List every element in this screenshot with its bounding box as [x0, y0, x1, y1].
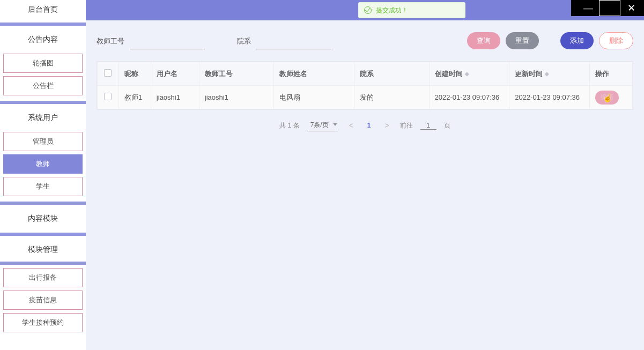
- cell-action: 编辑 ☝: [589, 86, 632, 109]
- col-action: 操作: [589, 62, 632, 86]
- row-checkbox[interactable]: [104, 93, 112, 100]
- sidebar-item-carousel[interactable]: 轮播图: [3, 54, 83, 73]
- col-teacher-name: 教师姓名: [274, 62, 354, 86]
- pagination-current[interactable]: 1: [364, 122, 374, 129]
- pagination-total: 共 1 条: [279, 121, 299, 130]
- filter-teacher-id-label: 教师工号: [97, 36, 124, 49]
- window-controls: — ✕: [571, 0, 644, 16]
- col-username: 用户名: [151, 62, 199, 86]
- sidebar-item-student[interactable]: 学生: [3, 177, 83, 196]
- col-created[interactable]: 创建时间◆: [429, 62, 509, 86]
- data-table: 昵称 用户名 教师工号 教师姓名 院系 创建时间◆ 更新时间◆ 操作 教师1 j…: [97, 61, 633, 110]
- menu-section-modules: 模块管理 出行报备 疫苗信息 学生接种预约: [0, 239, 86, 338]
- action-buttons: 查询 重置 添加 删除: [467, 32, 633, 49]
- pagination-goto-label: 前往: [400, 121, 413, 130]
- pagination: 共 1 条 7条/页 < 1 > 前往 页: [97, 120, 633, 131]
- edit-button[interactable]: 编辑 ☝: [595, 91, 619, 105]
- col-department: 院系: [354, 62, 430, 86]
- cell-updated: 2022-01-23 09:07:36: [509, 86, 590, 109]
- menu-section-home: 后台首页: [0, 0, 86, 26]
- table-header-row: 昵称 用户名 教师工号 教师姓名 院系 创建时间◆ 更新时间◆ 操作: [98, 62, 633, 86]
- maximize-icon: [599, 0, 620, 16]
- sidebar: 后台首页 公告内容 轮播图 公告栏 系统用户 管理员 教师 学生 内容模块 模块…: [0, 0, 86, 350]
- sidebar-item-bulletin[interactable]: 公告栏: [3, 76, 83, 95]
- sidebar-item-home[interactable]: 后台首页: [0, 0, 86, 19]
- sort-icon: ◆: [465, 71, 469, 77]
- sidebar-item-admin[interactable]: 管理员: [3, 132, 83, 151]
- query-button[interactable]: 查询: [467, 32, 500, 49]
- menu-section-content: 内容模块: [0, 208, 86, 236]
- sidebar-group-users[interactable]: 系统用户: [0, 107, 86, 129]
- minimize-button[interactable]: —: [578, 0, 599, 16]
- cell-created: 2022-01-23 09:07:36: [429, 86, 509, 109]
- maximize-button[interactable]: [599, 0, 620, 16]
- col-nickname: 昵称: [119, 62, 151, 86]
- department-input[interactable]: [256, 36, 331, 49]
- menu-section-notice: 公告内容 轮播图 公告栏: [0, 29, 86, 104]
- filter-bar: 教师工号 院系 查询 重置 添加 删除: [97, 32, 633, 49]
- sidebar-item-reservation[interactable]: 学生接种预约: [3, 313, 83, 332]
- table-row: 教师1 jiaoshi1 jiaoshi1 电风扇 发的 2022-01-23 …: [98, 86, 633, 109]
- sidebar-group-content[interactable]: 内容模块: [0, 208, 86, 229]
- sidebar-item-teacher[interactable]: 教师: [3, 154, 83, 174]
- col-teacher-id: 教师工号: [199, 62, 274, 86]
- sidebar-item-travel[interactable]: 出行报备: [3, 268, 83, 287]
- filter-department: 院系: [237, 36, 331, 49]
- pagination-prev[interactable]: <: [346, 121, 357, 130]
- filter-teacher-id: 教师工号: [97, 36, 205, 49]
- cell-nickname: 教师1: [119, 86, 151, 109]
- close-button[interactable]: ✕: [620, 0, 642, 16]
- filter-department-label: 院系: [237, 36, 251, 49]
- pagination-next[interactable]: >: [382, 121, 393, 130]
- toast-text: 提交成功！: [376, 6, 408, 15]
- col-updated[interactable]: 更新时间◆: [509, 62, 590, 86]
- cell-department: 发的: [354, 86, 430, 109]
- teacher-id-input[interactable]: [130, 36, 205, 49]
- sidebar-group-notice[interactable]: 公告内容: [0, 29, 86, 50]
- menu-section-users: 系统用户 管理员 教师 学生: [0, 107, 86, 205]
- cell-teacher-name: 电风扇: [274, 86, 354, 109]
- cell-username: jiaoshi1: [151, 86, 199, 109]
- reset-button[interactable]: 重置: [506, 32, 539, 49]
- main-content: 教师工号 院系 查询 重置 添加 删除 昵称 用户名 教师工号 教师姓名 院系: [86, 20, 644, 350]
- col-checkbox: [98, 62, 119, 86]
- sidebar-item-vaccine[interactable]: 疫苗信息: [3, 291, 83, 310]
- topbar: 提交成功！ — ✕: [86, 0, 644, 20]
- cursor-pointer-icon: ☝: [603, 93, 613, 103]
- pagination-goto-suffix: 页: [444, 121, 450, 130]
- add-button[interactable]: 添加: [560, 32, 594, 49]
- check-circle-icon: [364, 6, 372, 14]
- delete-button[interactable]: 删除: [599, 32, 633, 49]
- cell-teacher-id: jiaoshi1: [199, 86, 274, 109]
- pagination-page-size[interactable]: 7条/页: [307, 120, 338, 131]
- select-all-checkbox[interactable]: [104, 69, 112, 77]
- sort-icon: ◆: [545, 71, 549, 77]
- success-toast: 提交成功！: [358, 2, 465, 18]
- pagination-goto-input[interactable]: [420, 122, 436, 130]
- sidebar-group-modules[interactable]: 模块管理: [0, 239, 86, 260]
